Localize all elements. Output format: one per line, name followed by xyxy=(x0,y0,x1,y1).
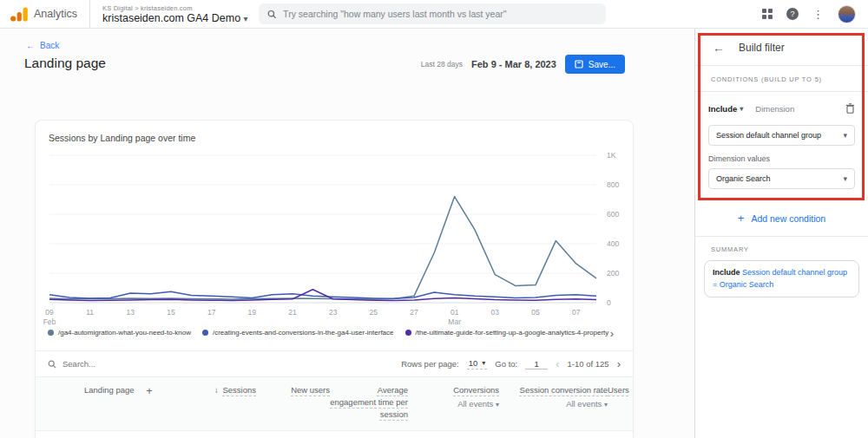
chart-line-series xyxy=(49,197,596,299)
include-exclude-select[interactable]: Include▾ xyxy=(708,104,743,114)
legend-label: /creating-events-and-conversions-in-the-… xyxy=(213,329,394,337)
chart-title: Sessions by Landing page over time xyxy=(49,133,195,143)
legend-dot-icon xyxy=(48,330,54,336)
dimension-values-select[interactable]: Organic Search ▾ xyxy=(708,168,855,189)
svg-text:200: 200 xyxy=(607,269,619,278)
save-label: Save... xyxy=(589,60,615,69)
save-icon xyxy=(575,60,583,69)
svg-text:15: 15 xyxy=(167,308,175,317)
column-header-average-engagement-time-per-session[interactable]: Average engagement time per session xyxy=(330,377,408,430)
summary-section-label: SUMMARY xyxy=(695,237,868,260)
sort-desc-icon: ↓ xyxy=(214,384,219,396)
table-search-input[interactable] xyxy=(62,359,236,369)
svg-text:400: 400 xyxy=(607,239,619,248)
legend-item[interactable]: /creating-events-and-conversions-in-the-… xyxy=(202,329,394,337)
dimension-hint: Dimension xyxy=(755,104,794,114)
panel-back-arrow-icon[interactable]: ← xyxy=(713,42,725,54)
prev-page-icon[interactable]: ‹ xyxy=(556,357,559,370)
help-icon[interactable]: ? xyxy=(786,8,799,20)
column-header-landing-page[interactable]: Landing page+ xyxy=(48,377,191,430)
date-range-picker[interactable]: Feb 9 - Mar 8, 2023 xyxy=(471,59,556,69)
svg-text:1K: 1K xyxy=(607,151,616,160)
account-switcher[interactable]: KS Digital > kristaseiden.com kristaseid… xyxy=(89,0,248,28)
add-condition-label: Add new condition xyxy=(751,213,825,224)
add-dimension-icon[interactable]: + xyxy=(147,384,153,399)
rows-per-page-label: Rows per page: xyxy=(401,359,459,369)
svg-text:09: 09 xyxy=(45,308,54,317)
chevron-down-icon: ▾ xyxy=(482,359,485,367)
svg-text:13: 13 xyxy=(127,308,135,317)
analytics-logo-icon xyxy=(10,7,28,22)
table-toolbar: Rows per page: 10▾ Go to: ‹ 1-10 of 125 … xyxy=(36,350,633,376)
next-page-icon[interactable]: › xyxy=(617,357,621,370)
legend-dot-icon xyxy=(405,330,411,336)
table-header-row: Landing page+↓ SessionsNew usersAverage … xyxy=(36,376,633,430)
legend-item[interactable]: /the-ultimate-guide-for-setting-up-a-goo… xyxy=(405,329,609,337)
column-header-new-users[interactable]: New users xyxy=(256,377,330,430)
svg-text:05: 05 xyxy=(531,308,540,317)
add-new-condition-button[interactable]: + Add new condition xyxy=(738,212,825,225)
column-header-session-conversion-rate[interactable]: Session conversion rateAll events ▾ xyxy=(499,377,608,430)
avatar[interactable] xyxy=(838,5,856,23)
chevron-down-icon: ▾ xyxy=(740,105,743,113)
global-search-input[interactable] xyxy=(283,9,597,19)
panel-title: Build filter xyxy=(739,42,785,54)
svg-text:11: 11 xyxy=(86,308,94,317)
legend-item[interactable]: /ga4-automigration-what-you-need-to-know xyxy=(48,329,191,337)
svg-text:600: 600 xyxy=(607,210,619,219)
column-header-conversions[interactable]: ConversionsAll events ▾ xyxy=(408,377,499,430)
svg-text:25: 25 xyxy=(370,308,378,317)
save-button[interactable]: Save... xyxy=(565,55,625,74)
ga4-app-window: Analytics KS Digital > kristaseiden.com … xyxy=(0,0,868,438)
report-card: Sessions by Landing page over time 02004… xyxy=(35,120,634,438)
global-search[interactable] xyxy=(259,3,606,24)
svg-text:17: 17 xyxy=(207,308,216,317)
chevron-down-icon: ▾ xyxy=(843,131,847,140)
product-name: Analytics xyxy=(34,8,77,20)
svg-text:27: 27 xyxy=(410,308,418,317)
chart-line-series xyxy=(49,291,596,298)
conditions-section-label: CONDITIONS (BUILD UP TO 5) xyxy=(695,66,868,91)
plus-icon: + xyxy=(738,212,745,225)
svg-text:Mar: Mar xyxy=(448,317,461,326)
rows-per-page-select[interactable]: 10▾ xyxy=(467,358,488,369)
dimension-values-label: Dimension values xyxy=(708,154,855,163)
dimension-select[interactable]: Session default channel group ▾ xyxy=(708,125,855,146)
svg-text:0: 0 xyxy=(607,298,611,307)
breadcrumb: KS Digital > kristaseiden.com xyxy=(102,4,248,12)
search-icon xyxy=(267,10,276,19)
apps-grid-icon[interactable] xyxy=(762,9,773,19)
filter-summary-chip[interactable]: Include Session default channel group = … xyxy=(704,260,859,297)
search-icon xyxy=(48,360,56,369)
goto-label: Go to: xyxy=(495,359,517,369)
table-search[interactable] xyxy=(48,359,291,369)
legend-label: /ga4-automigration-what-you-need-to-know xyxy=(58,329,191,337)
metric-event-filter[interactable]: All events ▾ xyxy=(408,398,499,410)
table-row[interactable] xyxy=(36,430,633,438)
property-name: kristaseiden.com GA4 Demo xyxy=(102,12,240,24)
more-options-icon[interactable]: ⋮ xyxy=(812,9,824,20)
date-range-preset: Last 28 days xyxy=(421,60,463,69)
svg-text:23: 23 xyxy=(329,308,338,317)
top-header-bar: Analytics KS Digital > kristaseiden.com … xyxy=(0,0,868,29)
svg-text:800: 800 xyxy=(607,180,619,189)
legend-next-chevron-icon[interactable]: › xyxy=(610,327,614,340)
svg-text:21: 21 xyxy=(288,308,297,317)
dimension-select-value: Session default channel group xyxy=(716,131,821,140)
goto-page-input[interactable] xyxy=(525,359,548,369)
back-button[interactable]: ← Back xyxy=(26,41,59,50)
delete-condition-icon[interactable] xyxy=(845,103,855,114)
analytics-home-link[interactable]: Analytics xyxy=(0,0,89,28)
line-chart-svg: 02004006008001K09Feb11131517192123252701… xyxy=(41,150,628,334)
sessions-line-chart: 02004006008001K09Feb11131517192123252701… xyxy=(41,150,628,337)
pagination-range: 1-10 of 125 xyxy=(568,359,609,369)
column-header-sessions[interactable]: ↓ Sessions xyxy=(191,377,256,430)
back-label: Back xyxy=(40,41,59,50)
svg-text:19: 19 xyxy=(248,308,257,317)
page-title: Landing page xyxy=(24,56,106,71)
svg-text:01: 01 xyxy=(450,308,459,317)
column-header-users[interactable]: Users xyxy=(608,377,629,430)
chevron-down-icon: ▾ xyxy=(843,174,847,183)
build-filter-panel: ← Build filter CONDITIONS (BUILD UP TO 5… xyxy=(694,29,868,438)
metric-event-filter[interactable]: All events ▾ xyxy=(499,398,608,410)
